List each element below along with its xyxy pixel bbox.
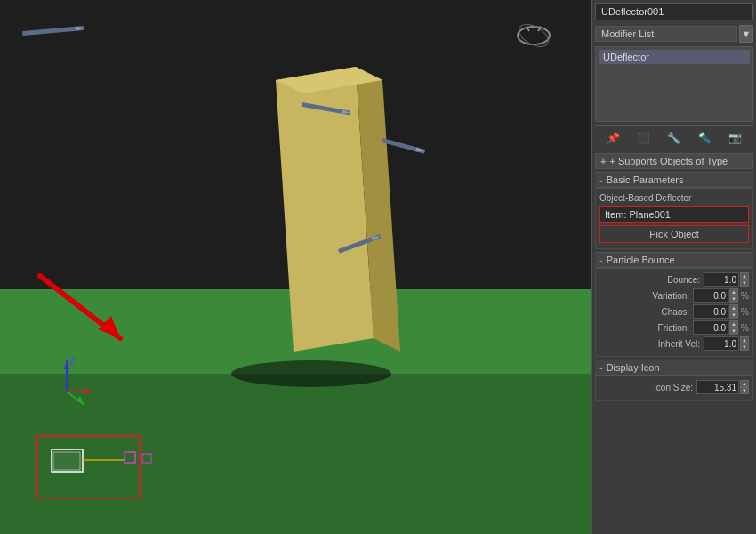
variation-input: ▲ ▼ %: [693, 288, 749, 303]
chaos-spinner: ▲ ▼: [729, 304, 738, 319]
basic-parameters-label: Basic Parameters: [607, 174, 684, 185]
bounce-input: ▲ ▼: [704, 272, 749, 287]
variation-row: Variation: ▲ ▼ %: [599, 288, 749, 303]
particle-bounce-label: Particle Bounce: [607, 255, 675, 265]
inherit-vel-up[interactable]: ▲: [740, 336, 749, 344]
friction-value[interactable]: [693, 320, 728, 335]
variation-down[interactable]: ▼: [729, 295, 738, 303]
plus-sign: +: [600, 156, 606, 166]
camera-icon[interactable]: 📷: [724, 129, 746, 147]
chaos-down[interactable]: ▼: [729, 312, 738, 319]
show-icon[interactable]: 🔦: [694, 129, 716, 147]
modifier-list-dropdown[interactable]: ▼: [739, 25, 753, 43]
friction-percent: %: [741, 323, 749, 333]
friction-up[interactable]: ▲: [729, 320, 738, 328]
variation-up[interactable]: ▲: [729, 288, 738, 295]
modifier-stack-item[interactable]: UDeflector: [599, 50, 750, 64]
bounce-label: Bounce:: [599, 275, 704, 285]
inherit-vel-input: ▲ ▼: [704, 336, 749, 351]
tools-icon[interactable]: 🔧: [663, 129, 685, 147]
icon-size-spinner: ▲ ▼: [740, 380, 749, 394]
icon-size-label: Icon Size:: [599, 383, 696, 392]
variation-percent: %: [741, 291, 749, 301]
svg-point-3: [231, 360, 391, 387]
supports-objects-rollout[interactable]: + + Supports Objects of Type: [595, 153, 753, 169]
item-row: Item: Plane001: [599, 206, 749, 222]
modifier-toolbar: 📌 ⬛ 🔧 🔦 📷: [595, 125, 753, 150]
display-icon-label: Display Icon: [607, 362, 660, 373]
icon-size-down[interactable]: ▼: [740, 387, 749, 394]
bounce-down[interactable]: ▼: [740, 279, 749, 287]
variation-spinner: ▲ ▼: [729, 288, 738, 303]
bounce-row: Bounce: ▲ ▼: [599, 272, 749, 287]
inherit-vel-value[interactable]: [704, 336, 739, 351]
viewport: Z: [0, 0, 591, 534]
dash-sign: -: [599, 174, 603, 185]
supports-objects-label: + Supports Objects of Type: [609, 156, 728, 166]
inherit-vel-down[interactable]: ▼: [740, 344, 749, 351]
particle-bounce-content: Bounce: ▲ ▼ Variation: ▲ ▼: [595, 268, 753, 357]
friction-input: ▲ ▼ %: [693, 320, 749, 335]
chaos-percent: %: [741, 307, 749, 317]
chaos-value[interactable]: [693, 304, 728, 319]
particle-bounce-header[interactable]: - Particle Bounce: [595, 252, 753, 268]
stack-icon[interactable]: ⬛: [632, 129, 655, 147]
inherit-vel-spinner: ▲ ▼: [740, 336, 749, 351]
variation-label: Variation:: [599, 291, 693, 301]
icon-size-row: Icon Size: ▲ ▼: [599, 380, 749, 394]
pick-object-button[interactable]: Pick Object: [599, 225, 749, 243]
svg-rect-30: [53, 452, 80, 470]
friction-row: Friction: ▲ ▼ %: [599, 320, 749, 335]
basic-parameters-content: Object-Based Deflector Item: Plane001 Pi…: [595, 188, 753, 249]
dash-sign-3: -: [599, 362, 603, 373]
bounce-up[interactable]: ▲: [740, 272, 749, 279]
display-icon-header[interactable]: - Display Icon: [595, 360, 753, 376]
chaos-up[interactable]: ▲: [729, 304, 738, 312]
modifier-list-row: Modifier List ▼: [595, 25, 753, 43]
pin-icon[interactable]: 📌: [602, 129, 624, 147]
chaos-label: Chaos:: [599, 307, 693, 317]
friction-label: Friction:: [599, 323, 693, 333]
icon-size-value[interactable]: [696, 380, 739, 394]
chaos-input: ▲ ▼ %: [693, 304, 749, 319]
main-container: Z: [0, 0, 756, 534]
object-name-field[interactable]: [595, 3, 753, 20]
chaos-row: Chaos: ▲ ▼ %: [599, 304, 749, 319]
bounce-value[interactable]: [704, 272, 739, 287]
friction-down[interactable]: ▼: [729, 328, 738, 335]
inherit-vel-row: Inherit Vel: ▲ ▼: [599, 336, 749, 351]
inherit-vel-label: Inherit Vel:: [599, 339, 704, 349]
dash-sign-2: -: [599, 255, 603, 265]
svg-rect-2: [0, 374, 591, 534]
variation-value[interactable]: [693, 288, 728, 303]
bounce-spinner: ▲ ▼: [740, 272, 749, 287]
modifier-list-label[interactable]: Modifier List: [595, 26, 737, 42]
basic-parameters-header[interactable]: - Basic Parameters: [595, 172, 753, 188]
modifier-stack: UDeflector: [595, 46, 753, 122]
right-panel: Modifier List ▼ UDeflector 📌 ⬛ 🔧 🔦 📷 + +…: [591, 0, 756, 534]
object-deflector-label: Object-Based Deflector: [599, 192, 749, 204]
icon-size-up[interactable]: ▲: [740, 380, 749, 387]
icon-size-input: ▲ ▼: [696, 380, 749, 394]
svg-text:Z: Z: [69, 357, 75, 367]
friction-spinner: ▲ ▼: [729, 320, 738, 335]
display-icon-content: Icon Size: ▲ ▼: [595, 376, 753, 400]
